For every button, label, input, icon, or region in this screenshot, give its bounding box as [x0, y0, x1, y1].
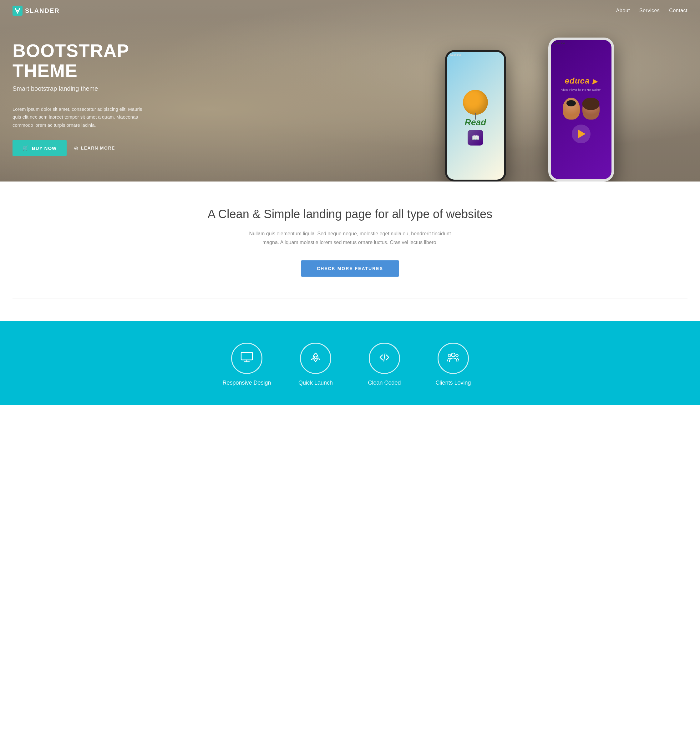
hero-section: BOOTSTRAP THEME Smart bootstrap landing … — [0, 0, 700, 182]
mid-description: Nullam quis elementum ligula. Sed neque … — [244, 229, 456, 246]
feature-responsive: Responsive Design — [222, 343, 272, 386]
mid-section: A Clean & Simple landing page for all ty… — [0, 182, 700, 321]
hero-description: Lorem ipsum dolor sit amet, consectetur … — [12, 105, 150, 129]
monitor-icon — [240, 351, 254, 366]
buy-now-button[interactable]: 🛒 BUY NOW — [12, 140, 67, 156]
svg-point-6 — [448, 354, 451, 357]
features-section: Responsive Design Quick Launch — [0, 321, 700, 405]
responsive-label: Responsive Design — [222, 380, 271, 386]
nav-item-about[interactable]: About — [616, 8, 630, 14]
quick-launch-label: Quick Launch — [298, 380, 333, 386]
nav-item-services[interactable]: Services — [639, 8, 660, 14]
brand-text: SLANDER — [25, 7, 60, 14]
phone-white-time: 14:06 PM — [554, 42, 565, 45]
code-icon — [377, 351, 391, 366]
rocket-icon — [309, 351, 323, 366]
svg-point-5 — [451, 353, 455, 357]
phone-white-status: 14:06 PM — [551, 42, 612, 45]
learn-more-label: LEARN MORE — [81, 146, 115, 151]
nav-item-contact[interactable]: Contact — [669, 8, 688, 14]
nav-link-about[interactable]: About — [616, 8, 630, 13]
cart-icon: 🛒 — [23, 145, 29, 151]
navbar: SLANDER About Services Contact — [0, 0, 700, 21]
screen-read-app: Read 📖 — [447, 52, 504, 180]
check-more-features-button[interactable]: CHECK MORE FEATURES — [301, 260, 399, 277]
buy-now-label: BUY NOW — [32, 146, 57, 151]
hero-title-line1: BOOTSTRAP — [12, 40, 129, 61]
nav-menu: About Services Contact — [616, 8, 688, 14]
nav-link-contact[interactable]: Contact — [669, 8, 688, 13]
hero-subtitle: Smart bootstrap landing theme — [12, 85, 150, 92]
clients-loving-label: Clients Loving — [435, 380, 471, 386]
phone-white: 14:06 PM educa ▶ Video Player for the Ne… — [548, 37, 614, 182]
feature-clean-coded: Clean Coded — [359, 343, 410, 386]
svg-point-3 — [314, 356, 317, 359]
quick-launch-icon-circle — [300, 343, 331, 374]
clean-coded-icon-circle — [369, 343, 400, 374]
people-icon — [446, 351, 460, 366]
clean-coded-label: Clean Coded — [368, 380, 400, 386]
svg-line-4 — [384, 354, 385, 361]
svg-rect-0 — [241, 353, 252, 360]
phone-black-status: 14:06 PM — [447, 54, 504, 57]
hero-title: BOOTSTRAP THEME — [12, 41, 150, 81]
phone-white-screen: 14:06 PM educa ▶ Video Player for the Ne… — [551, 40, 612, 179]
svg-point-7 — [456, 354, 458, 357]
phone-black-time: 14:06 PM — [450, 54, 461, 57]
hero-buttons: 🛒 BUY NOW ◎ LEARN MORE — [12, 140, 150, 156]
feature-clients-loving: Clients Loving — [428, 343, 478, 386]
responsive-icon-circle — [231, 343, 262, 374]
screen-educa-app: educa ▶ Video Player for the Net Stalker — [551, 40, 612, 179]
learn-more-button[interactable]: ◎ LEARN MORE — [74, 146, 115, 151]
phone-black-screen: 14:06 PM Read 📖 — [447, 52, 504, 180]
circle-icon: ◎ — [74, 146, 79, 151]
hero-phones: 14:06 PM Read 📖 — [315, 0, 700, 182]
brand-logo[interactable]: SLANDER — [12, 6, 60, 16]
hero-divider — [12, 98, 138, 98]
mid-title: A Clean & Simple landing page for all ty… — [12, 207, 688, 222]
nav-link-services[interactable]: Services — [639, 8, 660, 13]
hero-title-line2: THEME — [12, 61, 78, 81]
clients-loving-icon-circle — [438, 343, 469, 374]
mid-divider — [12, 298, 688, 299]
brand-icon — [12, 6, 23, 16]
hero-content: BOOTSTRAP THEME Smart bootstrap landing … — [0, 0, 163, 175]
feature-quick-launch: Quick Launch — [290, 343, 341, 386]
phone-black: 14:06 PM Read 📖 — [445, 50, 506, 182]
features-grid: Responsive Design Quick Launch — [12, 343, 688, 386]
